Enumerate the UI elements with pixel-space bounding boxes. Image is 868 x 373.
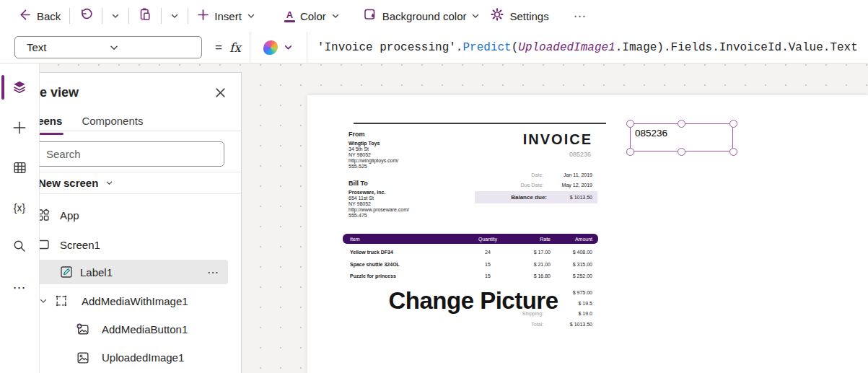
from-line: 555-525 bbox=[348, 164, 457, 170]
property-dropdown-value: Text bbox=[27, 41, 109, 53]
plus-icon bbox=[12, 120, 27, 139]
copilot-button[interactable] bbox=[250, 32, 307, 63]
from-line: http://wingtiptoys.com/ bbox=[348, 158, 457, 164]
resize-handle-top-right[interactable] bbox=[729, 120, 737, 128]
selected-row-highlight bbox=[15, 260, 228, 284]
total-label: Total: bbox=[475, 322, 543, 327]
insert-button[interactable]: Insert bbox=[197, 9, 255, 24]
color-label: Color bbox=[300, 10, 326, 22]
col-amount: Amount bbox=[553, 237, 598, 242]
tree-item-label: Screen1 bbox=[60, 239, 100, 251]
rail-more-button[interactable]: ⋯ bbox=[0, 273, 39, 302]
tab-components[interactable]: Components bbox=[82, 115, 143, 131]
background-color-button[interactable]: Background color bbox=[363, 7, 481, 25]
from-line: NY 98052 bbox=[348, 152, 457, 158]
label-control-icon bbox=[59, 265, 74, 279]
divider bbox=[161, 8, 162, 24]
undo-button[interactable] bbox=[79, 7, 93, 25]
font-color-icon: A bbox=[284, 10, 295, 22]
label1-control-selected[interactable]: 085236 bbox=[630, 123, 733, 152]
search-icon bbox=[12, 239, 27, 256]
col-item: Item bbox=[343, 237, 465, 242]
formula-paren: ( bbox=[512, 41, 519, 54]
due-date-value: May 12, 2019 bbox=[543, 183, 597, 188]
tree-item-label: AddMediaButton1 bbox=[102, 323, 188, 335]
invoice-items-table: Item Quantity Rate Amount Yellow truck D… bbox=[343, 234, 598, 280]
invoice-meta: Date: Jan 11, 2019 Due Date: May 12, 201… bbox=[475, 170, 597, 190]
cell-amount: $ 408.00 bbox=[553, 250, 598, 255]
chevron-down-icon bbox=[284, 43, 293, 52]
add-media-button-icon bbox=[75, 322, 90, 337]
rail-data-button[interactable] bbox=[0, 154, 39, 183]
cell-item: Yellow truck DF34 bbox=[343, 250, 465, 255]
table-header-row: Item Quantity Rate Amount bbox=[343, 234, 598, 244]
rail-variables-button[interactable]: {x} bbox=[0, 193, 39, 222]
back-button[interactable]: Back bbox=[18, 8, 61, 25]
chevron-down-icon bbox=[170, 12, 179, 20]
cell-amount: $ 252.00 bbox=[553, 273, 598, 278]
property-dropdown[interactable]: Text bbox=[14, 36, 202, 58]
invoice-number: 085236 bbox=[475, 151, 591, 158]
powerapps-studio: Back Insert A Color Backg bbox=[0, 0, 868, 373]
close-panel-button[interactable] bbox=[213, 85, 228, 103]
undo-menu-chevron[interactable] bbox=[111, 12, 120, 20]
table-row: Puzzle for princess 15 $ 16.80 $ 252.00 bbox=[343, 273, 598, 280]
bill-line: Proseware, Inc. bbox=[348, 190, 457, 196]
balance-due-label: Balance due: bbox=[475, 194, 547, 201]
background-color-label: Background color bbox=[382, 10, 467, 22]
invoice-from-block: From Wingtip Toys 34 5th St NY 98052 htt… bbox=[348, 131, 457, 170]
tree-search-box[interactable] bbox=[19, 141, 224, 167]
rail-search-button[interactable] bbox=[0, 233, 39, 262]
equals-sign: = bbox=[215, 40, 222, 55]
tree-item-label: UploadedImage1 bbox=[102, 351, 184, 364]
tree-item-label: Label1 bbox=[80, 266, 113, 278]
formula-control-ref: UploadedImage1 bbox=[518, 41, 615, 54]
bill-line: http://www.proseware.com/ bbox=[348, 207, 457, 213]
workspace: From Wingtip Toys 34 5th St NY 98052 htt… bbox=[0, 63, 868, 373]
resize-handle-bottom-center[interactable] bbox=[678, 148, 685, 156]
new-screen-label: New screen bbox=[38, 177, 98, 189]
table-row: Space shuttle 324OL 15 $ 21.00 $ 315.00 bbox=[343, 260, 598, 268]
settings-label: Settings bbox=[509, 10, 548, 22]
chevron-down-icon bbox=[471, 12, 480, 20]
resize-handle-bottom-right[interactable] bbox=[729, 148, 737, 156]
search-input[interactable] bbox=[46, 148, 190, 160]
paste-button[interactable] bbox=[138, 7, 152, 25]
rail-tree-view-button[interactable] bbox=[0, 74, 39, 103]
plus-icon bbox=[197, 9, 209, 24]
total-value: $ 1013.50 bbox=[543, 322, 597, 327]
more-commands-button[interactable]: ⋯ bbox=[574, 9, 587, 24]
change-picture-button[interactable]: Change Picture bbox=[358, 287, 589, 315]
chevron-down-icon bbox=[105, 179, 113, 187]
rail-insert-button[interactable] bbox=[0, 115, 39, 144]
label1-text: 085236 bbox=[635, 128, 667, 139]
formula-property: .Image) bbox=[615, 41, 664, 54]
fx-symbol: fx bbox=[229, 40, 241, 55]
screen1-canvas[interactable]: From Wingtip Toys 34 5th St NY 98052 htt… bbox=[307, 95, 868, 373]
date-label: Date: bbox=[475, 172, 543, 177]
date-value: Jan 11, 2019 bbox=[543, 172, 597, 177]
formula-input[interactable]: 'Invoice processing'.Predict(UploadedIma… bbox=[317, 41, 858, 54]
from-heading: From bbox=[348, 131, 457, 138]
paint-bucket-icon bbox=[363, 7, 377, 25]
formula-function: Predict bbox=[463, 41, 511, 54]
resize-handle-top-left[interactable] bbox=[626, 120, 634, 128]
from-line: Wingtip Toys bbox=[348, 141, 457, 146]
item-more-icon[interactable]: ⋯ bbox=[207, 266, 219, 279]
chevron-down-icon[interactable] bbox=[39, 297, 48, 305]
color-button[interactable]: A Color bbox=[284, 10, 340, 22]
chevron-down-icon bbox=[247, 12, 255, 20]
balance-due-value: $ 1013.50 bbox=[547, 195, 597, 200]
divider bbox=[102, 8, 102, 24]
table-row: Yellow truck DF34 24 $ 17.00 $ 408.00 bbox=[343, 249, 598, 256]
resize-handle-top-center[interactable] bbox=[678, 120, 685, 128]
divider bbox=[188, 8, 188, 24]
cell-item: Puzzle for princess bbox=[343, 273, 465, 278]
cell-rate: $ 21.00 bbox=[510, 262, 553, 267]
variables-icon: {x} bbox=[14, 202, 25, 214]
settings-button[interactable]: Settings bbox=[490, 7, 548, 25]
paste-menu-chevron[interactable] bbox=[170, 12, 179, 20]
chevron-down-icon bbox=[331, 12, 340, 20]
back-label: Back bbox=[37, 10, 61, 22]
resize-handle-bottom-left[interactable] bbox=[626, 148, 634, 156]
